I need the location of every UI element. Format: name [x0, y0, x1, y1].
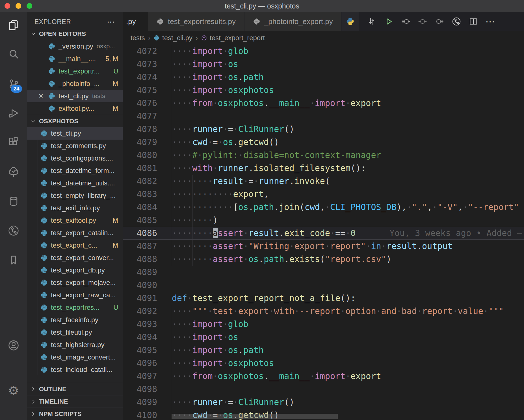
close-icon[interactable]: ✕	[37, 92, 45, 100]
tree-item[interactable]: test_exiftool.pyM	[27, 214, 123, 227]
code-line[interactable]: 4084············[os.path.join(cwd,·CLI_P…	[123, 201, 524, 214]
tab-python-pinned[interactable]	[342, 12, 359, 31]
open-editor-item[interactable]: _version.pyosxp...	[27, 40, 123, 53]
breadcrumb-item[interactable]: test_export_report	[201, 34, 265, 42]
code-line[interactable]: 4098	[123, 383, 524, 396]
tree-item[interactable]: test_datetime_form...	[27, 164, 123, 177]
activity-item-account[interactable]	[7, 339, 20, 352]
code-text: ····with·runner.isolated_filesystem():	[172, 162, 524, 175]
code-line[interactable]: 4073····import·os	[123, 58, 524, 71]
breadcrumb-item[interactable]: test_cli.py	[153, 34, 192, 42]
open-editor-item[interactable]: test_exportr...U	[27, 65, 123, 77]
tree-item[interactable]: test_export_mojave...	[27, 276, 123, 289]
code-line[interactable]: 4099····runner·=·CliRunner()	[123, 396, 524, 409]
code-line[interactable]: 4092····"""·test·export·with·--report·op…	[123, 305, 524, 318]
code-line[interactable]: 4083············export,	[123, 188, 524, 201]
open-editor-item[interactable]: ✕test_cli.pytests	[27, 90, 123, 102]
open-editor-item[interactable]: __main__....5, M	[27, 53, 123, 65]
code-line[interactable]: 4082········result·=·runner.invoke(	[123, 175, 524, 188]
run-cell-button[interactable]	[414, 12, 431, 31]
tree-item[interactable]: test_image_convert...	[27, 351, 123, 363]
activity-item-explorer[interactable]	[7, 18, 20, 32]
search-icon	[8, 48, 20, 60]
tree-item[interactable]: test_faceinfo.py	[27, 314, 123, 326]
tree-item[interactable]: test_incloud_catali...	[27, 363, 123, 376]
split-editor-button[interactable]	[465, 12, 482, 31]
more-actions-button[interactable]: ⋯	[482, 12, 499, 31]
run-below-button[interactable]	[431, 12, 448, 31]
code-line[interactable]: 4095····import·os.path	[123, 344, 524, 357]
tree-item[interactable]: test_empty_library_...	[27, 189, 123, 202]
run-above-button[interactable]	[397, 12, 414, 31]
activity-item-database[interactable]	[7, 194, 20, 208]
section-outline[interactable]: OUTLINE	[27, 383, 123, 395]
code-line[interactable]: 4079····cwd·=·os.getcwd()	[123, 136, 524, 149]
project-section-header[interactable]: OSXPHOTOS	[27, 115, 123, 127]
activity-item-settings[interactable]: ⚙	[7, 384, 20, 397]
tree-item[interactable]: test_exportres...U	[27, 301, 123, 314]
python-file-icon	[40, 130, 48, 137]
tree-item[interactable]: test_highsierra.py	[27, 339, 123, 351]
tab-_photoinfo_export.py[interactable]: _photoinfo_export.py	[244, 12, 342, 31]
open-changes-button[interactable]	[363, 12, 380, 31]
tree-item[interactable]: test_export_raw_ca...	[27, 289, 123, 301]
code-line[interactable]: 4091def·test_export_report_not_a_file():	[123, 292, 524, 305]
tree-item[interactable]: test_export_conver...	[27, 252, 123, 264]
tree-item-label: test_cli.py	[51, 129, 81, 137]
code-line[interactable]: 4089	[123, 266, 524, 279]
activity-item-todo-tree[interactable]	[7, 165, 20, 179]
section-npm-scripts[interactable]: NPM SCRIPTS	[27, 408, 123, 420]
activity-item-extensions[interactable]	[7, 136, 20, 149]
code-line[interactable]: 4077	[123, 110, 524, 123]
code-line[interactable]: 4097····from·osxphotos.__main__·import·e…	[123, 370, 524, 383]
activity-item-bookmarks[interactable]	[7, 253, 20, 267]
editor-group: .pytest_exportresults.py_photoinfo_expor…	[123, 12, 524, 420]
code-line[interactable]: 4076····from·osxphotos.__main__·import·e…	[123, 97, 524, 110]
tree-item[interactable]: test_exif_info.py	[27, 202, 123, 214]
code-line[interactable]: 4078····runner·=·CliRunner()	[123, 123, 524, 136]
activity-item-gitlens[interactable]	[7, 224, 20, 237]
breadcrumb-item[interactable]: tests	[131, 34, 145, 42]
sidebar-more-actions[interactable]: ⋯	[107, 17, 115, 27]
code-line[interactable]: 4087········assert·"Writing·export·repor…	[123, 240, 524, 253]
code-line[interactable]: 4094····import·os	[123, 331, 524, 344]
open-editor-item[interactable]: _photoinfo_...M	[27, 77, 123, 90]
horizontal-scrollbar[interactable]	[172, 414, 338, 419]
code-text	[172, 266, 524, 279]
tree-item[interactable]: test_configoptions....	[27, 152, 123, 164]
section-timeline[interactable]: TIMELINE	[27, 395, 123, 408]
code-line[interactable]: 4093····import·glob	[123, 318, 524, 331]
tree-item-label: test_configoptions....	[51, 154, 113, 162]
tree-item[interactable]: test_export_db.py	[27, 264, 123, 276]
code-line[interactable]: 4080····#·pylint:·disable=not-context-ma…	[123, 149, 524, 162]
tab-test_exportresults.py[interactable]: test_exportresults.py	[148, 12, 244, 31]
code-editor[interactable]: 4072····import·glob4073····import·os4074…	[123, 45, 524, 420]
open-editors-header[interactable]: OPEN EDITORS	[27, 28, 123, 40]
open-editor-item[interactable]: exiftool.py...M	[27, 102, 123, 115]
tree-item[interactable]: test_comments.py	[27, 140, 123, 152]
tree-item[interactable]: test_export_c...M	[27, 239, 123, 252]
code-line[interactable]: 4088········assert·os.path.exists("repor…	[123, 253, 524, 266]
code-line[interactable]: 4081····with·runner.isolated_filesystem(…	[123, 162, 524, 175]
activity-item-run-and-debug[interactable]	[7, 106, 20, 120]
line-number: 4093	[123, 318, 157, 331]
code-line[interactable]: 4074····import·os.path	[123, 71, 524, 84]
open-editor-suffix: osxp...	[97, 43, 115, 50]
run-python-file-button[interactable]	[380, 12, 397, 31]
gitlens-action-button[interactable]	[448, 12, 465, 31]
tree-item[interactable]: test_datetime_utils....	[27, 177, 123, 189]
tab-.py[interactable]: .py	[123, 12, 148, 31]
line-number: 4082	[123, 175, 157, 188]
tree-item[interactable]: test_export_catalin...	[27, 227, 123, 239]
activity-item-source-control[interactable]: 24	[7, 77, 20, 90]
code-line[interactable]: 4085········)	[123, 214, 524, 227]
tree-item[interactable]: test_fileutil.py	[27, 326, 123, 339]
code-line[interactable]: 4090	[123, 279, 524, 292]
python-file-icon	[40, 179, 48, 187]
code-line[interactable]: 4086········assert·result.exit_code·==·0…	[123, 227, 524, 240]
activity-item-search[interactable]	[7, 47, 20, 61]
code-line[interactable]: 4096····import·osxphotos	[123, 357, 524, 370]
code-line[interactable]: 4072····import·glob	[123, 45, 524, 58]
tree-item[interactable]: test_cli.py	[27, 127, 123, 140]
code-line[interactable]: 4075····import·osxphotos	[123, 84, 524, 97]
